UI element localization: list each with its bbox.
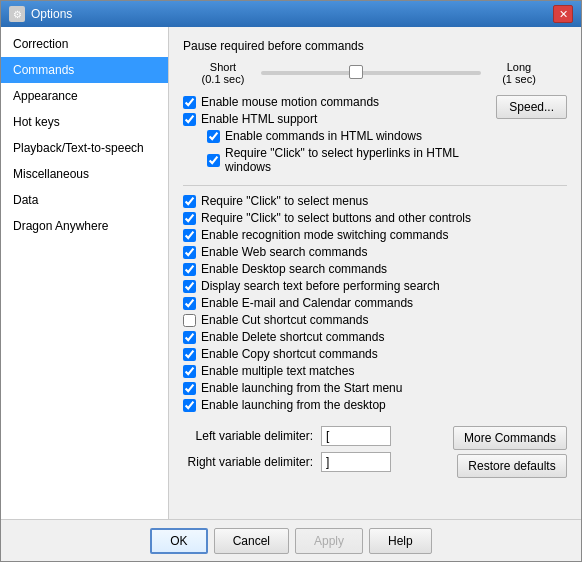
checkbox-click-buttons-label: Require "Click" to select buttons and ot…: [201, 211, 471, 225]
bottom-section: Left variable delimiter: Right variable …: [183, 420, 567, 478]
checkbox-mouse-motion-input[interactable]: [183, 96, 196, 109]
checkbox-mouse-motion: Enable mouse motion commands: [183, 95, 496, 109]
pause-slider-thumb[interactable]: [349, 65, 363, 79]
checkbox-html-support: Enable HTML support: [183, 112, 496, 126]
sidebar-item-data[interactable]: Data: [1, 187, 168, 213]
options-window: ⚙ Options ✕ Correction Commands Appearan…: [0, 0, 582, 562]
window-title: Options: [31, 7, 72, 21]
action-buttons: More Commands Restore defaults: [453, 426, 567, 478]
checkbox-email-calendar: Enable E-mail and Calendar commands: [183, 296, 567, 310]
short-label: Short (0.1 sec): [193, 61, 253, 85]
title-bar-left: ⚙ Options: [9, 6, 72, 22]
checkbox-desktop-search-label: Enable Desktop search commands: [201, 262, 387, 276]
checkbox-recognition-mode-label: Enable recognition mode switching comman…: [201, 228, 448, 242]
sidebar: Correction Commands Appearance Hot keys …: [1, 27, 169, 519]
restore-defaults-button[interactable]: Restore defaults: [457, 454, 567, 478]
checkbox-web-search-input[interactable]: [183, 246, 196, 259]
separator: [183, 185, 567, 186]
checkbox-html-commands-label: Enable commands in HTML windows: [225, 129, 422, 143]
checkbox-desktop-search: Enable Desktop search commands: [183, 262, 567, 276]
checkbox-multiple-text: Enable multiple text matches: [183, 364, 567, 378]
checkbox-web-search-label: Enable Web search commands: [201, 245, 368, 259]
checkbox-desktop-input[interactable]: [183, 399, 196, 412]
checkbox-copy-shortcut-input[interactable]: [183, 348, 196, 361]
left-delimiter-label: Left variable delimiter:: [183, 429, 313, 443]
checkbox-delete-shortcut-label: Enable Delete shortcut commands: [201, 330, 384, 344]
checkbox-html-commands-input[interactable]: [207, 130, 220, 143]
checkbox-copy-shortcut-label: Enable Copy shortcut commands: [201, 347, 378, 361]
sidebar-item-playback[interactable]: Playback/Text-to-speech: [1, 135, 168, 161]
checkbox-html-hyperlinks: Require "Click" to select hyperlinks in …: [183, 146, 496, 174]
checkbox-desktop-label: Enable launching from the desktop: [201, 398, 386, 412]
checkbox-start-menu-label: Enable launching from the Start menu: [201, 381, 402, 395]
checkbox-web-search: Enable Web search commands: [183, 245, 567, 259]
checkbox-multiple-text-input[interactable]: [183, 365, 196, 378]
sidebar-item-correction[interactable]: Correction: [1, 31, 168, 57]
sidebar-item-hotkeys[interactable]: Hot keys: [1, 109, 168, 135]
main-content: Pause required before commands Short (0.…: [169, 27, 581, 519]
checkbox-delete-shortcut: Enable Delete shortcut commands: [183, 330, 567, 344]
pause-slider-track[interactable]: [261, 71, 481, 75]
close-button[interactable]: ✕: [553, 5, 573, 23]
checkbox-cut-shortcut-input[interactable]: [183, 314, 196, 327]
checkbox-html-hyperlinks-label: Require "Click" to select hyperlinks in …: [225, 146, 496, 174]
checkbox-recognition-mode: Enable recognition mode switching comman…: [183, 228, 567, 242]
sidebar-item-commands[interactable]: Commands: [1, 57, 168, 83]
checkbox-click-buttons-input[interactable]: [183, 212, 196, 225]
checkbox-display-search: Display search text before performing se…: [183, 279, 567, 293]
help-button[interactable]: Help: [369, 528, 432, 554]
top-section: Enable mouse motion commands Enable HTML…: [183, 95, 567, 177]
footer: OK Cancel Apply Help: [1, 519, 581, 561]
checkbox-delete-shortcut-input[interactable]: [183, 331, 196, 344]
checkbox-mouse-motion-label: Enable mouse motion commands: [201, 95, 379, 109]
checkbox-cut-shortcut: Enable Cut shortcut commands: [183, 313, 567, 327]
speed-button[interactable]: Speed...: [496, 95, 567, 119]
checkbox-recognition-mode-input[interactable]: [183, 229, 196, 242]
checkbox-click-menus-input[interactable]: [183, 195, 196, 208]
delimiter-section: Left variable delimiter: Right variable …: [183, 426, 391, 478]
left-delimiter-row: Left variable delimiter:: [183, 426, 391, 446]
checkbox-cut-shortcut-label: Enable Cut shortcut commands: [201, 313, 368, 327]
cancel-button[interactable]: Cancel: [214, 528, 289, 554]
sidebar-item-dragon-anywhere[interactable]: Dragon Anywhere: [1, 213, 168, 239]
checkbox-click-menus: Require "Click" to select menus: [183, 194, 567, 208]
left-delimiter-input[interactable]: [321, 426, 391, 446]
title-bar: ⚙ Options ✕: [1, 1, 581, 27]
checkbox-start-menu-input[interactable]: [183, 382, 196, 395]
ok-button[interactable]: OK: [150, 528, 207, 554]
top-checkboxes: Enable mouse motion commands Enable HTML…: [183, 95, 496, 177]
sidebar-item-appearance[interactable]: Appearance: [1, 83, 168, 109]
apply-button[interactable]: Apply: [295, 528, 363, 554]
right-delimiter-input[interactable]: [321, 452, 391, 472]
checkbox-click-menus-label: Require "Click" to select menus: [201, 194, 368, 208]
main-checkboxes: Require "Click" to select menus Require …: [183, 194, 567, 412]
checkbox-desktop: Enable launching from the desktop: [183, 398, 567, 412]
checkbox-desktop-search-input[interactable]: [183, 263, 196, 276]
checkbox-display-search-input[interactable]: [183, 280, 196, 293]
right-delimiter-label: Right variable delimiter:: [183, 455, 313, 469]
checkbox-copy-shortcut: Enable Copy shortcut commands: [183, 347, 567, 361]
checkbox-email-calendar-input[interactable]: [183, 297, 196, 310]
right-delimiter-row: Right variable delimiter:: [183, 452, 391, 472]
checkbox-display-search-label: Display search text before performing se…: [201, 279, 440, 293]
sidebar-item-miscellaneous[interactable]: Miscellaneous: [1, 161, 168, 187]
checkbox-click-buttons: Require "Click" to select buttons and ot…: [183, 211, 567, 225]
pause-label: Pause required before commands: [183, 39, 567, 53]
window-body: Correction Commands Appearance Hot keys …: [1, 27, 581, 519]
checkbox-html-commands: Enable commands in HTML windows: [183, 129, 496, 143]
checkbox-html-support-input[interactable]: [183, 113, 196, 126]
checkbox-start-menu: Enable launching from the Start menu: [183, 381, 567, 395]
checkbox-email-calendar-label: Enable E-mail and Calendar commands: [201, 296, 413, 310]
more-commands-button[interactable]: More Commands: [453, 426, 567, 450]
checkbox-html-support-label: Enable HTML support: [201, 112, 317, 126]
checkbox-multiple-text-label: Enable multiple text matches: [201, 364, 354, 378]
slider-row: Short (0.1 sec) Long (1 sec): [183, 61, 567, 85]
window-icon: ⚙: [9, 6, 25, 22]
long-label: Long (1 sec): [489, 61, 549, 85]
checkbox-html-hyperlinks-input[interactable]: [207, 154, 220, 167]
